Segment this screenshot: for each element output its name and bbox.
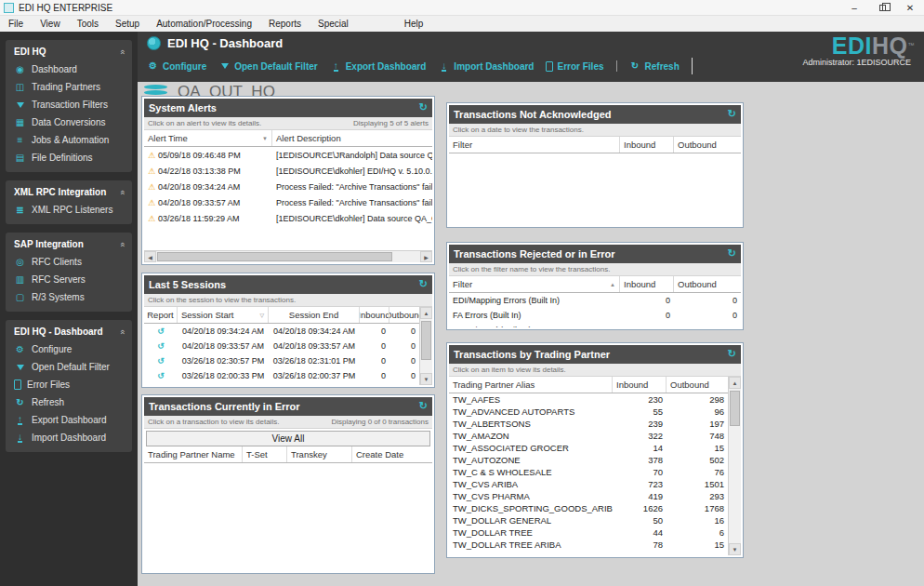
scroll-left-icon[interactable]: ◀ [144,251,156,262]
panel-refresh-icon[interactable] [728,247,736,260]
report-icon[interactable] [144,341,178,351]
sidebar-group-header[interactable]: XML RPC Integration « [14,187,125,197]
sidebar-item[interactable]: Refresh [14,397,125,407]
partner-row[interactable]: TW_ASSOCIATED GROCER 14 15 [449,442,728,454]
sidebar-item[interactable]: Transaction Filters [14,100,125,110]
sidebar-item[interactable]: Export Dashboard [14,415,125,425]
refresh-button[interactable]: Refresh [629,61,680,72]
sidebar-item[interactable]: RFC Servers [14,274,125,285]
scrollbar-thumb[interactable] [157,252,392,261]
menu-item[interactable]: Tools [69,16,107,32]
column-transkey[interactable]: Transkey [287,446,352,462]
close-button[interactable]: ✕ [896,0,924,15]
menu-item[interactable]: Automation/Processing [148,16,260,32]
collapse-icon[interactable]: « [117,329,126,334]
alert-row[interactable]: 04/20/18 09:33:57 AM Process Failed: "Ar… [144,194,432,210]
column-inbound[interactable]: Inbound [620,276,674,292]
menu-item[interactable]: File [0,16,32,32]
rejected-filter-row[interactable]: EDI/Mapping Errors (Built In) 0 0 [449,293,741,308]
session-row[interactable]: 03/26/18 01:58:48 PM 03/26/18 01:58:48 P… [144,383,419,385]
partner-row[interactable]: TW_C & S WHOLESALE 70 76 [449,466,728,478]
sidebar-item[interactable]: Error Files [14,380,125,390]
rejected-filter-row[interactable]: FA Rejected (Built In) 0 0 [449,323,741,327]
sidebar-item[interactable]: RFC Clients [14,257,125,267]
report-icon[interactable] [144,356,178,366]
minimize-button[interactable]: – [840,0,868,15]
report-icon[interactable] [144,326,178,336]
menu-item[interactable]: View [32,16,69,32]
open-default-filter-button[interactable]: Open Default Filter [218,61,317,72]
sidebar-item[interactable]: R/3 Systems [14,292,125,302]
panel-refresh-icon[interactable] [728,348,736,360]
partner-row[interactable]: TW_DOLLAR TREE ARIBA 78 15 [449,539,728,551]
column-trading-partner-alias[interactable]: Trading Partner Alias [449,377,613,393]
column-t-set[interactable]: T-Set [243,446,287,462]
partner-row[interactable]: TW_ADVANCED AUTOPARTS 55 96 [449,406,728,418]
column-inbound[interactable]: Inbound [360,307,389,323]
scroll-down-icon[interactable]: ▼ [729,543,741,555]
partner-row[interactable]: TW_AMAZON 322 748 [449,430,728,442]
collapse-icon[interactable]: « [117,242,126,246]
report-icon[interactable] [144,371,178,380]
column-report[interactable]: Report [144,307,178,323]
rejected-filter-row[interactable]: FA Errors (Built In) 0 0 [449,308,741,323]
sidebar-item[interactable]: Jobs & Automation [14,135,125,145]
session-row[interactable]: 03/26/18 02:30:57 PM 03/26/18 02:31:01 P… [144,353,419,368]
menu-item[interactable]: Help [396,16,432,32]
export-dashboard-button[interactable]: Export Dashboard [330,61,427,72]
column-session-end[interactable]: Session End [269,307,360,323]
sidebar-item[interactable]: Dashboard [14,64,125,74]
session-row[interactable]: 03/26/18 02:00:33 PM 03/26/18 02:00:37 P… [144,368,419,383]
alert-row[interactable]: 03/26/18 11:59:29 AM [1EDISOURCE\dkohler… [144,210,432,226]
scrollbar-thumb[interactable] [421,321,431,360]
scroll-right-icon[interactable]: ▶ [420,251,432,262]
partner-row[interactable]: TW_AAFES 230 298 [449,393,728,406]
column-inbound[interactable]: Inbound [620,137,674,153]
scrollbar-thumb[interactable] [730,391,740,426]
column-outbound[interactable]: Outbound [674,276,741,292]
partner-row[interactable]: TW_DOLLAR TREE 44 6 [449,526,728,539]
sidebar-item[interactable]: Open Default Filter [14,362,125,372]
partner-row[interactable]: TW_ALBERTSONS 239 197 [449,418,728,430]
filter-name[interactable]: FA Errors (Built In) [449,311,620,320]
sidebar-item[interactable]: XML RPC Listeners [14,205,125,215]
scroll-up-icon[interactable]: ▲ [420,307,432,319]
sidebar-item[interactable]: Data Conversions [14,117,125,127]
sidebar-group-header[interactable]: SAP Integration « [14,239,125,249]
column-session-start[interactable]: Session Start ▽ [178,307,269,323]
alert-row[interactable]: 04/22/18 03:13:38 PM [1EDISOURCE\dkohler… [144,163,432,179]
panel-refresh-icon[interactable] [419,278,428,290]
sidebar-item[interactable]: Import Dashboard [14,433,125,443]
sidebar-item[interactable]: File Definitions [14,153,125,163]
scroll-up-icon[interactable]: ▲ [729,377,741,389]
column-filter[interactable]: Filter [449,137,620,153]
panel-refresh-icon[interactable] [419,400,428,412]
sidebar-item[interactable]: Configure [14,344,125,354]
scroll-down-icon[interactable]: ▼ [420,373,432,385]
collapse-icon[interactable]: « [117,190,126,194]
filter-name[interactable]: EDI/Mapping Errors (Built In) [449,296,620,305]
partner-row[interactable]: TW_DICKS_SPORTING_GOODS_ARIBA 1626 1768 [449,502,728,514]
menu-item[interactable]: Setup [107,16,148,32]
sidebar-group-header[interactable]: EDI HQ - Dashboard « [14,326,125,337]
error-files-button[interactable]: Error Files [546,61,603,72]
configure-button[interactable]: Configure [147,61,206,72]
column-alert-description[interactable]: Alert Description [272,130,432,146]
column-outbound[interactable]: Outbound [389,307,419,323]
sidebar-group-header[interactable]: EDI HQ « [14,47,125,57]
partner-row[interactable]: TW_CVS PHARMA 419 293 [449,490,728,502]
column-outbound[interactable]: Outbound [674,137,741,153]
column-alert-time[interactable]: Alert Time ▼ [144,130,272,146]
collapse-icon[interactable]: « [117,49,126,54]
column-trading-partner-name[interactable]: Trading Partner Name [144,446,243,462]
sidebar-item[interactable]: Trading Partners [14,82,125,92]
alert-row[interactable]: 04/20/18 09:34:24 AM Process Failed: "Ar… [144,179,432,194]
filter-name[interactable]: FA Rejected (Built In) [449,326,620,327]
column-filter[interactable]: Filter ▲ [449,276,620,292]
alert-row[interactable]: 05/09/18 09:46:48 PM [1EDISOURCE\JRandol… [144,147,432,163]
view-all-button[interactable]: View All [146,431,430,446]
restore-button[interactable] [868,0,896,15]
partner-row[interactable]: TW_DOLLAR GENERAL 50 16 [449,514,728,526]
partner-row[interactable]: TW_CVS ARIBA 723 1501 [449,478,728,490]
session-row[interactable]: 04/20/18 09:34:24 AM 04/20/18 09:34:24 A… [144,324,419,339]
